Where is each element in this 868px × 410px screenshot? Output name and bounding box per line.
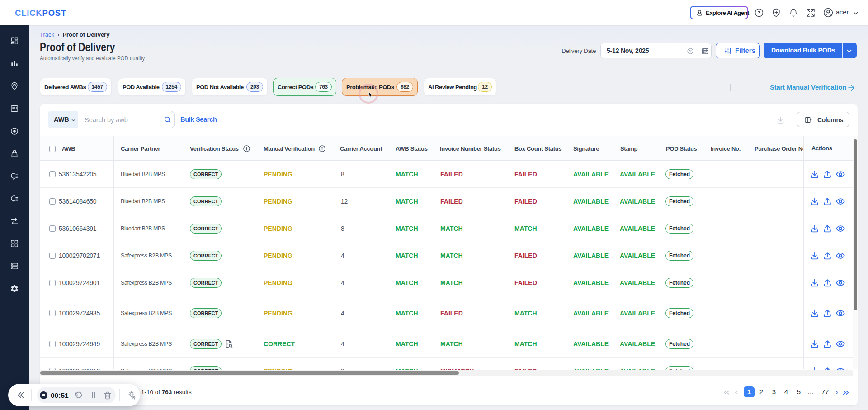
svg-text:?: ? bbox=[758, 10, 761, 15]
